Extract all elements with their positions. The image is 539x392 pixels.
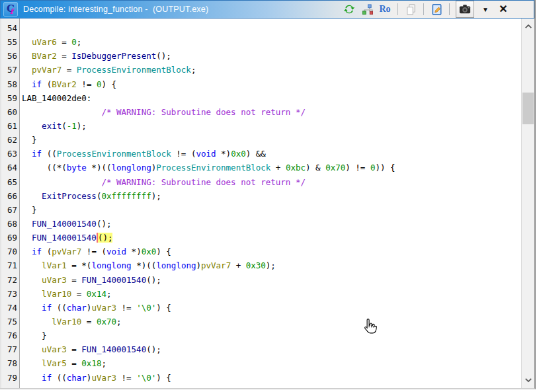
code-text[interactable]: pvVar7 = ProcessEnvironmentBlock; (20, 63, 196, 77)
code-line[interactable]: 64 ((*(byte *)((longlong)ProcessEnvironm… (0, 161, 521, 175)
titlebar[interactable]: C f Decompile: interesting_function - (O… (0, 0, 534, 19)
code-token (22, 121, 42, 131)
code-text[interactable]: } (20, 203, 37, 217)
code-token (22, 37, 32, 47)
line-number: 70 (0, 245, 20, 258)
code-text[interactable]: exit(-1); (20, 119, 87, 133)
code-token: if (42, 303, 52, 313)
code-line[interactable]: 55 uVar6 = 0; (0, 35, 521, 49)
code-line[interactable]: 79 if ((char)uVar3 != '\0') { (0, 371, 521, 385)
code-text[interactable]: } (20, 133, 37, 147)
code-text[interactable]: /* WARNING: Subroutine does not return *… (20, 105, 306, 119)
menu-dropdown-icon[interactable]: ▼ (479, 3, 492, 16)
code-text[interactable]: } (20, 329, 47, 342)
code-token: ) { (156, 303, 171, 313)
code-line[interactable]: 60 /* WARNING: Subroutine does not retur… (0, 105, 521, 119)
ro-button[interactable]: Ro (378, 3, 392, 16)
code-line[interactable]: 57 pvVar7 = ProcessEnvironmentBlock; (0, 63, 521, 77)
code-line[interactable]: 67 } (0, 203, 521, 217)
code-token: = (77, 387, 92, 388)
code-token: ( (42, 247, 52, 256)
code-text[interactable]: lVar10 = 0x14; (20, 287, 111, 301)
code-text[interactable]: lVar5 = 0x18; (20, 356, 106, 370)
code-token: ); (77, 121, 87, 131)
code-line[interactable]: 71 lVar1 = *(longlong *)((longlong)pvVar… (0, 258, 521, 272)
scrollbar-thumb[interactable] (522, 93, 534, 124)
code-token: FUN_140001540 (81, 275, 146, 285)
line-number: 74 (0, 301, 20, 315)
code-line[interactable]: 76 } (0, 329, 521, 342)
code-token: 0x30 (246, 260, 266, 270)
code-text[interactable]: ((*(byte *)((longlong)ProcessEnvironment… (20, 161, 395, 175)
line-number: 67 (0, 203, 20, 217)
code-line[interactable]: 56 BVar2 = IsDebuggerPresent(); (0, 49, 521, 63)
code-text[interactable]: lVar5 = 0x50; (20, 385, 116, 388)
code-token (22, 373, 42, 383)
code-text[interactable]: lVar1 = *(longlong *)((longlong)pvVar7 +… (20, 258, 276, 272)
code-token: != (116, 303, 136, 313)
call-tree-icon[interactable] (360, 3, 374, 16)
code-token: != ( (81, 247, 106, 256)
code-line[interactable]: 65 /* WARNING: Subroutine does not retur… (0, 175, 521, 189)
code-line[interactable]: 75 lVar10 = 0x70; (0, 315, 521, 329)
code-line[interactable]: 77 uVar3 = FUN_140001540(); (0, 342, 521, 356)
code-line[interactable]: 59LAB_140002de0: (0, 91, 521, 105)
code-token: if (32, 79, 42, 89)
code-token: 0x70 (97, 317, 116, 327)
code-text[interactable]: FUN_140001540(); (20, 217, 111, 231)
code-token: lVar10 (42, 289, 71, 299)
refresh-icon[interactable] (343, 3, 356, 16)
code-token: ; (116, 317, 122, 327)
code-text[interactable]: FUN_140001540(); (20, 231, 112, 245)
code-token: 0x0 (142, 247, 157, 256)
code-token: if (32, 149, 42, 159)
line-number: 68 (0, 217, 20, 231)
code-line[interactable]: 69 FUN_140001540(); (0, 231, 521, 245)
scroll-up-icon[interactable] (522, 21, 534, 32)
scroll-down-icon[interactable] (522, 375, 534, 385)
code-text[interactable]: if ((char)uVar3 != '\0') { (20, 301, 171, 315)
code-token: pvVar7 (52, 247, 81, 256)
code-line[interactable]: 58 if (BVar2 != 0) { (0, 77, 521, 91)
code-line[interactable]: 54 (0, 21, 521, 35)
line-number: 75 (0, 315, 20, 329)
code-token (22, 79, 32, 89)
code-text[interactable] (20, 21, 22, 35)
code-line[interactable]: 80 lVar5 = 0x50; (0, 385, 521, 388)
code-text[interactable]: if ((ProcessEnvironmentBlock != (void *)… (20, 147, 266, 161)
code-line[interactable]: 73 lVar10 = 0x14; (0, 287, 521, 301)
line-number: 56 (0, 49, 20, 63)
snapshot-icon[interactable] (456, 1, 474, 18)
code-line[interactable]: 70 if (pvVar7 != (void *)0x0) { (0, 245, 521, 258)
vertical-scrollbar[interactable] (521, 19, 534, 388)
copy-icon[interactable] (404, 3, 417, 16)
code-line[interactable]: 78 lVar5 = 0x18; (0, 356, 521, 370)
close-glyph: ✕ (499, 4, 507, 15)
code-line[interactable]: 66 ExitProcess(0xffffffff); (0, 189, 521, 203)
code-text[interactable]: uVar6 = 0; (20, 35, 81, 49)
code-text[interactable]: uVar3 = FUN_140001540(); (20, 273, 161, 287)
code-line[interactable]: 61 exit(-1); (0, 119, 521, 133)
code-view[interactable]: 5455 uVar6 = 0;56 BVar2 = IsDebuggerPres… (0, 19, 521, 388)
code-token: = (81, 317, 97, 327)
code-text[interactable]: LAB_140002de0: (20, 91, 91, 105)
code-line[interactable]: 63 if ((ProcessEnvironmentBlock != (void… (0, 147, 521, 161)
close-icon[interactable]: ✕ (497, 3, 510, 16)
code-line[interactable]: 74 if ((char)uVar3 != '\0') { (0, 301, 521, 315)
code-text[interactable]: if ((char)uVar3 != '\0') { (20, 371, 171, 385)
code-token (22, 344, 42, 354)
code-text[interactable]: if (pvVar7 != (void *)0x0) { (20, 245, 171, 258)
code-token: byte (67, 163, 87, 173)
code-text[interactable]: if (BVar2 != 0) { (20, 77, 116, 91)
code-line[interactable]: 72 uVar3 = FUN_140001540(); (0, 273, 521, 287)
code-line[interactable]: 68 FUN_140001540(); (0, 217, 521, 231)
code-text[interactable]: lVar10 = 0x70; (20, 315, 122, 329)
code-text[interactable]: /* WARNING: Subroutine does not return *… (20, 175, 306, 189)
code-token: ; (106, 289, 112, 299)
code-token (22, 233, 32, 243)
code-text[interactable]: uVar3 = FUN_140001540(); (20, 342, 161, 356)
code-text[interactable]: ExitProcess(0xffffffff); (20, 189, 161, 203)
code-line[interactable]: 62 } (0, 133, 521, 147)
code-text[interactable]: BVar2 = IsDebuggerPresent(); (20, 49, 171, 63)
edit-icon[interactable] (430, 3, 443, 16)
